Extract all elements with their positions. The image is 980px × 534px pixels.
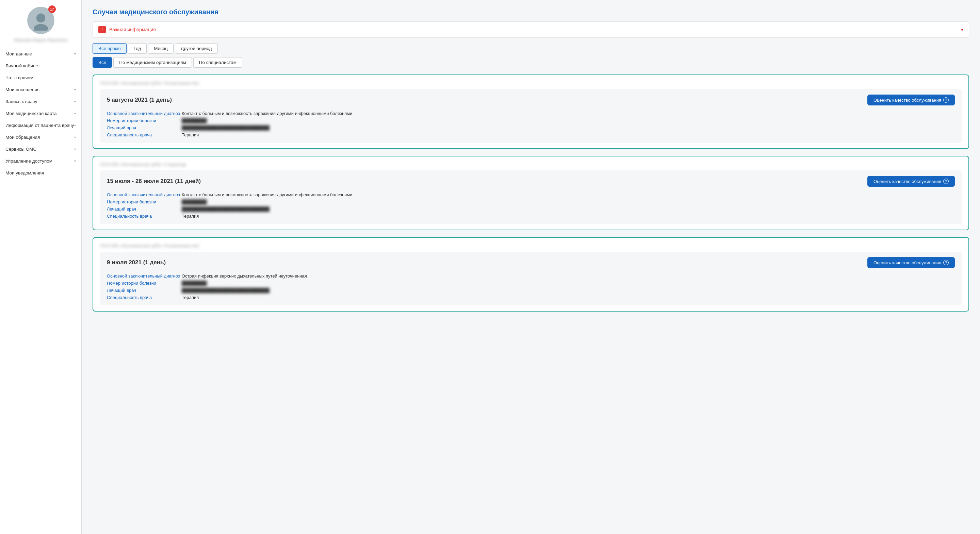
case-org-name: ГБУЗ МО «Коломенская ЦРБ» Поликлиника №2 [100,243,962,248]
svg-point-0 [36,14,45,22]
sidebar-username: Иванова Мария Ивановна [10,37,72,43]
field-value-blurred: ████████████████████████████ [182,288,955,293]
cat-all[interactable]: Все [92,57,112,68]
case-fields: Основной заключительный диагноз Контакт … [107,111,955,137]
filter-month[interactable]: Месяц [148,43,173,54]
field-label: Основной заключительный диагноз [107,192,182,197]
field-label: Номер истории болезни [107,281,182,286]
chevron-down-icon: ▾ [74,88,76,92]
sidebar-item-chat[interactable]: Чат с врачом [0,72,81,84]
case-card: ГБУЗ МО «Коломенская ЦРБ» Поликлиника №2… [92,237,969,312]
field-value-blurred: ████████ [182,199,955,204]
field-label: Основной заключительный диагноз [107,273,182,278]
chevron-down-icon: ▾ [74,100,76,103]
field-label: Номер истории болезни [107,118,182,123]
field-value-blurred: ████████ [182,118,955,123]
sidebar-item-oms-services[interactable]: Сервисы ОМС ▾ [0,143,81,155]
sidebar-item-my-notifications[interactable]: Мои уведомления [0,167,81,179]
period-filter-row: Все время Год Месяц Другой период [92,43,969,54]
alert-banner-left: ! Важная информация [98,26,156,33]
chevron-down-icon: ▾ [74,124,76,127]
chevron-down-icon: ▾ [74,147,76,151]
chevron-down-icon: ▾ [74,135,76,139]
alert-banner[interactable]: ! Важная информация ▾ [92,21,969,38]
rate-service-button[interactable]: Оценить качество обслуживания ? [867,176,955,187]
sidebar-item-my-data[interactable]: Мои данные ▾ [0,48,81,60]
sidebar-item-appointment[interactable]: Запись к врачу ▾ [0,95,81,108]
avatar: 17 [27,7,54,34]
case-date: 15 июля - 26 июля 2021 (11 дней) [107,178,201,185]
main-content: Случаи медицинского обслуживания ! Важна… [82,0,980,534]
info-icon: ? [943,178,949,184]
field-label: Лечащий врач [107,125,182,130]
field-value: Терапия [182,214,955,219]
field-value: Контакт с больным и возможность заражени… [182,111,955,116]
rate-service-button[interactable]: Оценить качество обслуживания ? [867,257,955,268]
sidebar-item-my-appeals[interactable]: Мои обращения ▾ [0,131,81,143]
notification-badge: 17 [48,5,56,13]
sidebar-navigation: Мои данные ▾ Личный кабинет Чат с врачом… [0,48,81,179]
field-value-blurred: ████████████████████████████ [182,125,955,130]
info-icon: ? [943,260,949,265]
chevron-down-icon: ▾ [74,159,76,163]
case-date: 9 июля 2021 (1 день) [107,259,166,266]
field-label: Специальность врача [107,132,182,137]
page-title: Случаи медицинского обслуживания [92,8,969,16]
field-label: Лечащий врач [107,207,182,211]
case-fields: Основной заключительный диагноз Контакт … [107,192,955,219]
case-header: 15 июля - 26 июля 2021 (11 дней) Оценить… [107,176,955,187]
case-fields: Основной заключительный диагноз Острая и… [107,273,955,300]
case-org-name: ГБУЗ МО «Коломенская ЦРБ» Поликлиника №1 [100,81,962,86]
sidebar: 17 Иванова Мария Ивановна Мои данные ▾ Л… [0,0,82,534]
case-org-name: ГБУЗ МО «Коломенская ЦРБ» Стационар [100,162,962,167]
sidebar-item-personal-cabinet[interactable]: Личный кабинет [0,60,81,72]
field-value-blurred: ████████ [182,281,955,286]
info-icon: ? [943,97,949,103]
category-filter-row: Все По медицинским организациям По специ… [92,57,969,68]
field-label: Основной заключительный диагноз [107,111,182,116]
case-inner: 15 июля - 26 июля 2021 (11 дней) Оценить… [100,170,962,224]
field-value: Терапия [182,295,955,300]
case-header: 9 июля 2021 (1 день) Оценить качество об… [107,257,955,268]
sidebar-item-medical-card[interactable]: Моя медицинская карта ▾ [0,108,81,119]
cat-by-org[interactable]: По медицинским организациям [113,57,192,68]
filter-year[interactable]: Год [128,43,147,54]
filter-all-time[interactable]: Все время [92,43,127,54]
chevron-down-icon: ▾ [74,52,76,56]
field-value-blurred: ████████████████████████████ [182,207,955,211]
field-label: Номер истории болезни [107,199,182,204]
case-card: ГБУЗ МО «Коломенская ЦРБ» Стационар 15 и… [92,156,969,230]
alert-icon: ! [98,26,106,33]
case-inner: 5 августа 2021 (1 день) Оценить качество… [100,89,962,143]
sidebar-item-access-control[interactable]: Управление доступом ▾ [0,155,81,167]
filter-other-period[interactable]: Другой период [175,43,218,54]
rate-service-button[interactable]: Оценить качество обслуживания ? [867,95,955,105]
chevron-down-icon: ▾ [961,27,963,32]
case-inner: 9 июля 2021 (1 день) Оценить качество об… [100,252,962,305]
case-card: ГБУЗ МО «Коломенская ЦРБ» Поликлиника №1… [92,75,969,149]
field-label: Лечащий врач [107,288,182,293]
svg-point-1 [34,24,48,30]
field-value: Терапия [182,132,955,137]
case-date: 5 августа 2021 (1 день) [107,97,172,103]
case-header: 5 августа 2021 (1 день) Оценить качество… [107,95,955,105]
field-label: Специальность врача [107,214,182,219]
alert-text: Важная информация [109,27,156,32]
cat-by-specialist[interactable]: По специалистам [193,57,242,68]
chevron-down-icon: ▾ [74,111,76,115]
sidebar-item-my-visits[interactable]: Мои посещения ▾ [0,84,81,95]
field-value: Контакт с больным и возможность заражени… [182,192,955,197]
sidebar-item-patient-info[interactable]: Информация от пациента врачу ▾ [0,119,81,131]
field-label: Специальность врача [107,295,182,300]
field-value: Острая инфекция верхних дыхательных путе… [182,273,955,278]
